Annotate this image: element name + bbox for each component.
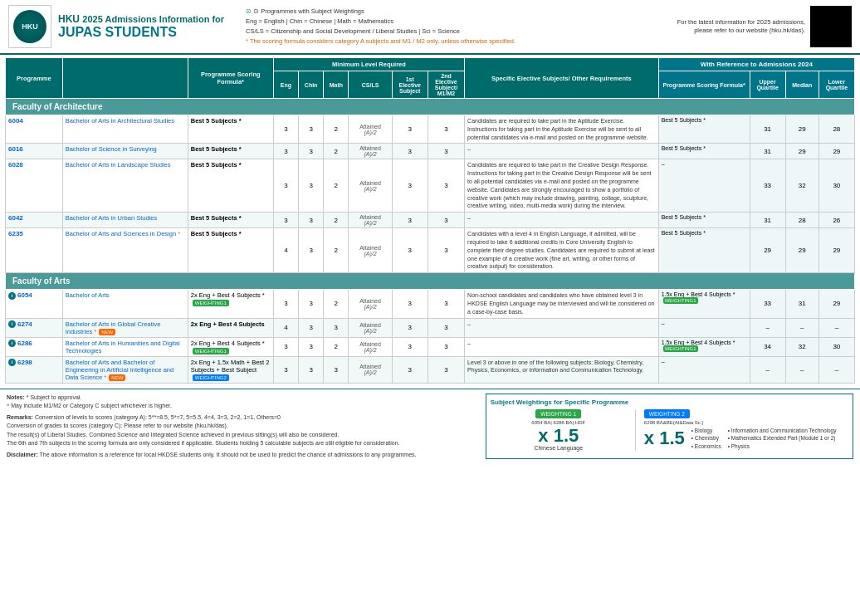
scoring-formula: 2x Eng + Best 4 Subjects *WEIGHTING1 xyxy=(188,290,273,318)
elective2: 3 xyxy=(428,290,464,318)
weighting-subjects-2b: • Information and Communication Technolo… xyxy=(728,427,837,451)
th-elective2: 2nd Elective Subject/ M1/M2 xyxy=(428,71,464,99)
ref-median: 32 xyxy=(785,337,818,356)
min-math: 2 xyxy=(324,159,349,213)
min-eng: 4 xyxy=(273,318,298,337)
info-icon[interactable]: i xyxy=(8,320,16,328)
specific-requirements: Candidates are required to take part in … xyxy=(465,159,659,213)
ref-scoring: – xyxy=(658,159,750,213)
th-ref-group: With Reference to Admissions 2024 xyxy=(658,58,854,71)
elective1: 3 xyxy=(392,115,428,144)
header-right-text: For the latest information for 2025 admi… xyxy=(672,18,805,36)
prog-name: Bachelor of Arts in Urban Studies xyxy=(62,213,188,228)
weighting-title: Subject Weightings for Specific Programm… xyxy=(491,398,848,406)
min-csls: Attained(A)/2 xyxy=(349,228,392,273)
elective1: 3 xyxy=(392,144,428,159)
bottom-section: Notes: * Subject to approval. ^ May incl… xyxy=(0,389,860,464)
prog-name: Bachelor of Science in Surveying xyxy=(62,144,188,159)
scoring-formula: Best 5 Subjects * xyxy=(188,115,273,144)
table-row: 6042Bachelor of Arts in Urban StudiesBes… xyxy=(6,213,855,228)
th-median: Median xyxy=(785,71,818,99)
prog-code: i6298 xyxy=(6,356,63,383)
min-csls: Attained(A)/2 xyxy=(349,159,392,213)
weighting-subject-1: Chinese Language xyxy=(491,445,627,451)
ref-lower: 28 xyxy=(818,115,854,144)
scoring-formula: Best 5 Subjects * xyxy=(188,144,273,159)
admissions-table: Programme Programme Scoring Formula* Min… xyxy=(5,57,855,384)
ref-scoring: – xyxy=(658,318,750,337)
weighting-multiplier-1: x 1.5 xyxy=(491,427,627,445)
info-line1: ⊙ ⊙ Programmes with Subject Weightings xyxy=(246,7,672,17)
table-row: i6274Bachelor of Arts in Global Creative… xyxy=(6,318,855,337)
ref-median: 29 xyxy=(785,228,818,273)
min-eng: 3 xyxy=(273,144,298,159)
min-chin: 3 xyxy=(299,228,324,273)
ref-lower: 30 xyxy=(818,159,854,213)
elective2: 3 xyxy=(428,228,464,273)
table-row: i6054Bachelor of Arts2x Eng + Best 4 Sub… xyxy=(6,290,855,318)
th-upper: Upper Quartile xyxy=(750,71,785,99)
min-csls: Attained(A)/2 xyxy=(349,290,392,318)
header: HKU HKU 2025 Admissions Information for … xyxy=(0,0,860,55)
min-chin: 3 xyxy=(299,290,324,318)
min-math: 3 xyxy=(324,356,349,383)
ref-lower: 29 xyxy=(818,228,854,273)
elective1: 3 xyxy=(392,290,428,318)
table-row: 6004Bachelor of Arts in Architectural St… xyxy=(6,115,855,144)
th-programme: Programme xyxy=(6,58,63,99)
ref-scoring: – xyxy=(658,356,750,383)
table-row: i6298Bachelor of Arts and Bachelor of En… xyxy=(6,356,855,383)
prog-code: i6054 xyxy=(6,290,63,318)
table-row: 6016Bachelor of Science in SurveyingBest… xyxy=(6,144,855,159)
faculty-row: Faculty of Arts xyxy=(6,273,855,290)
scoring-formula: 2x Eng + 1.5x Math + Best 2 Subjects + B… xyxy=(188,356,273,383)
elective1: 3 xyxy=(392,356,428,383)
min-chin: 3 xyxy=(299,318,324,337)
th-specific: Specific Elective Subjects/ Other Requir… xyxy=(465,58,659,99)
prog-code: i6286 xyxy=(6,337,63,356)
elective2: 3 xyxy=(428,213,464,228)
info-icon[interactable]: i xyxy=(8,359,16,366)
scoring-formula: Best 5 Subjects * xyxy=(188,213,273,228)
header-right: For the latest information for 2025 admi… xyxy=(672,6,852,47)
th-csls: CS/LS xyxy=(349,71,392,99)
min-chin: 3 xyxy=(299,115,324,144)
elective1: 3 xyxy=(392,228,428,273)
weighting-progs-2: 6298 BA&BE(AI&Data Sc.) xyxy=(644,420,848,425)
info-note: * The scoring formula considers category… xyxy=(246,37,672,46)
specific-requirements: – xyxy=(465,144,659,159)
info-line2: Eng = English | Chin = Chinese | Math = … xyxy=(246,17,672,27)
ref-lower: 29 xyxy=(818,144,854,159)
ref-scoring: Best 5 Subjects * xyxy=(658,213,750,228)
ref-upper: 31 xyxy=(750,144,785,159)
min-math: 2 xyxy=(324,228,349,273)
min-eng: 4 xyxy=(273,228,298,273)
faculty-row: Faculty of Architecture xyxy=(6,99,855,115)
weighting-items: WEIGHTING 1 6054 BA| 6286 BA| HDF x 1.5 … xyxy=(491,409,848,451)
disclaimer-row: Disclaimer: The above information is a r… xyxy=(7,451,472,460)
header-info: ⊙ ⊙ Programmes with Subject Weightings E… xyxy=(237,7,672,46)
prog-name: Bachelor of Arts in Architectural Studie… xyxy=(62,115,188,144)
min-math: 2 xyxy=(324,290,349,318)
specific-requirements: Non-school candidates and candidates who… xyxy=(465,290,659,318)
weighting-item-2: WEIGHTING 2 6298 BA&BE(AI&Data Sc.) x 1.… xyxy=(644,409,848,451)
elective1: 3 xyxy=(392,159,428,213)
th-ref-scoring: Programme Scoring Formula* xyxy=(658,71,750,99)
th-eng: Eng xyxy=(273,71,298,99)
min-eng: 3 xyxy=(273,290,298,318)
ref-median: 29 xyxy=(785,115,818,144)
ref-median: 29 xyxy=(785,144,818,159)
header-title-block: HKU 2025 Admissions Information for JUPA… xyxy=(58,13,224,40)
ref-median: – xyxy=(785,318,818,337)
table-row: 6235Bachelor of Arts and Sciences in Des… xyxy=(6,228,855,273)
info-icon[interactable]: i xyxy=(8,340,16,347)
elective2: 3 xyxy=(428,356,464,383)
weighting-multiplier-2: x 1.5 xyxy=(644,429,685,447)
min-math: 2 xyxy=(324,213,349,228)
ref-weighting-badge: WEIGHTING1 xyxy=(663,345,698,352)
prog-code: 6016 xyxy=(6,144,63,159)
prog-name: Bachelor of Arts xyxy=(62,290,188,318)
notes-block: Notes: * Subject to approval. ^ May incl… xyxy=(7,394,472,460)
prog-code: 6235 xyxy=(6,228,63,273)
info-icon[interactable]: i xyxy=(8,292,16,300)
